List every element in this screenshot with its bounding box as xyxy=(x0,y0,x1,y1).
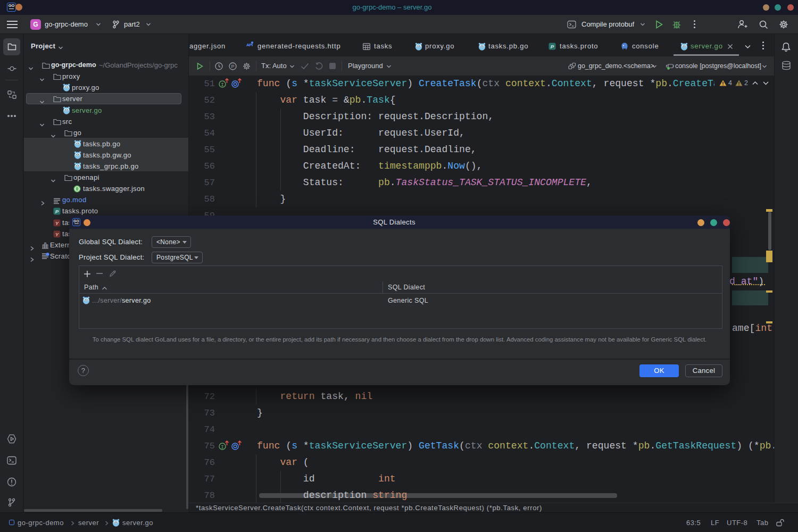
svg-text:I: I xyxy=(221,445,223,450)
svg-text:P: P xyxy=(551,44,554,49)
svg-text:I: I xyxy=(221,82,223,88)
svg-text:P: P xyxy=(231,64,234,69)
svg-text:P: P xyxy=(55,209,59,214)
